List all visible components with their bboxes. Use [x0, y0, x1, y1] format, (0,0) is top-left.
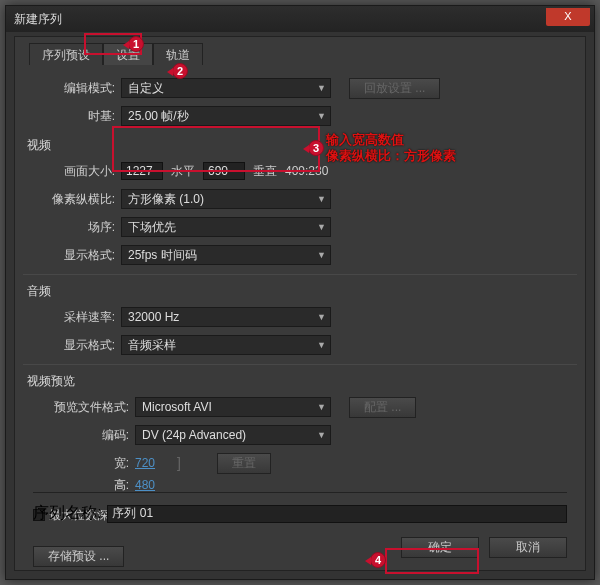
sample-rate-dropdown[interactable]: 32000 Hz ▼	[121, 307, 331, 327]
audio-display-dropdown[interactable]: 音频采样 ▼	[121, 335, 331, 355]
sample-rate-label: 采样速率:	[33, 309, 115, 326]
video-display-value: 25fps 时间码	[128, 247, 197, 264]
codec-value: DV (24p Advanced)	[142, 428, 246, 442]
sample-rate-value: 32000 Hz	[128, 310, 179, 324]
titlebar: 新建序列 X	[6, 6, 594, 32]
dialog-footer: 确定 取消	[401, 537, 567, 558]
tabs: 序列预设 设置 轨道	[29, 43, 585, 65]
playback-settings-button: 回放设置 ...	[349, 78, 440, 99]
close-button[interactable]: X	[546, 8, 590, 26]
sequence-name-input[interactable]	[107, 505, 567, 523]
edit-mode-value: 自定义	[128, 80, 164, 97]
timebase-label: 时基:	[33, 108, 115, 125]
reset-button: 重置	[217, 453, 271, 474]
preview-file-value: Microsoft AVI	[142, 400, 212, 414]
preview-height-value[interactable]: 480	[135, 478, 175, 492]
timebase-dropdown[interactable]: 25.00 帧/秒 ▼	[121, 106, 331, 126]
par-label: 像素纵横比:	[33, 191, 115, 208]
divider	[23, 364, 577, 365]
vertical-label: 垂直	[253, 163, 277, 180]
chevron-down-icon: ▼	[317, 111, 326, 121]
window-title: 新建序列	[14, 11, 62, 28]
fields-value: 下场优先	[128, 219, 176, 236]
chevron-down-icon: ▼	[317, 250, 326, 260]
divider	[23, 274, 577, 275]
audio-display-label: 显示格式:	[33, 337, 115, 354]
preview-file-label: 预览文件格式:	[33, 399, 129, 416]
par-value: 方形像素 (1.0)	[128, 191, 204, 208]
chevron-down-icon: ▼	[317, 340, 326, 350]
chevron-down-icon: ▼	[317, 194, 326, 204]
chevron-down-icon: ▼	[317, 430, 326, 440]
save-preset-button[interactable]: 存储预设 ...	[33, 546, 124, 567]
video-display-dropdown[interactable]: 25fps 时间码 ▼	[121, 245, 331, 265]
par-dropdown[interactable]: 方形像素 (1.0) ▼	[121, 189, 331, 209]
frame-height-input[interactable]	[203, 162, 245, 180]
edit-mode-dropdown[interactable]: 自定义 ▼	[121, 78, 331, 98]
horizontal-label: 水平	[171, 163, 195, 180]
preview-file-dropdown[interactable]: Microsoft AVI ▼	[135, 397, 331, 417]
fields-label: 场序:	[33, 219, 115, 236]
configure-button: 配置 ...	[349, 397, 416, 418]
chevron-down-icon: ▼	[317, 402, 326, 412]
codec-dropdown[interactable]: DV (24p Advanced) ▼	[135, 425, 331, 445]
new-sequence-dialog: 新建序列 X 序列预设 设置 轨道 编辑模式: 自定义 ▼ 回放设置 ... 时…	[5, 5, 595, 580]
frame-size-label: 画面大小:	[33, 163, 115, 180]
video-display-label: 显示格式:	[33, 247, 115, 264]
sequence-name-label: 序列名称:	[33, 503, 101, 524]
close-icon: X	[564, 10, 571, 22]
link-bracket-icon: ]	[177, 455, 181, 471]
aspect-ratio-readout: 409:230	[285, 164, 328, 178]
chevron-down-icon: ▼	[317, 312, 326, 322]
tab-presets[interactable]: 序列预设	[29, 43, 103, 65]
tab-settings[interactable]: 设置	[103, 43, 153, 65]
cancel-button[interactable]: 取消	[489, 537, 567, 558]
video-section-title: 视频	[27, 137, 567, 154]
audio-section-title: 音频	[27, 283, 567, 300]
edit-mode-label: 编辑模式:	[33, 80, 115, 97]
chevron-down-icon: ▼	[317, 222, 326, 232]
preview-section-title: 视频预览	[27, 373, 567, 390]
fields-dropdown[interactable]: 下场优先 ▼	[121, 217, 331, 237]
sequence-name-row: 序列名称:	[33, 492, 567, 524]
dialog-body: 序列预设 设置 轨道 编辑模式: 自定义 ▼ 回放设置 ... 时基: 25.0…	[14, 36, 586, 571]
tab-tracks[interactable]: 轨道	[153, 43, 203, 65]
ok-button[interactable]: 确定	[401, 537, 479, 558]
chevron-down-icon: ▼	[317, 83, 326, 93]
preview-height-label: 高:	[33, 477, 129, 494]
preview-width-value[interactable]: 720	[135, 456, 175, 470]
preview-width-label: 宽:	[33, 455, 129, 472]
codec-label: 编码:	[33, 427, 129, 444]
audio-display-value: 音频采样	[128, 337, 176, 354]
frame-width-input[interactable]	[121, 162, 163, 180]
timebase-value: 25.00 帧/秒	[128, 108, 189, 125]
